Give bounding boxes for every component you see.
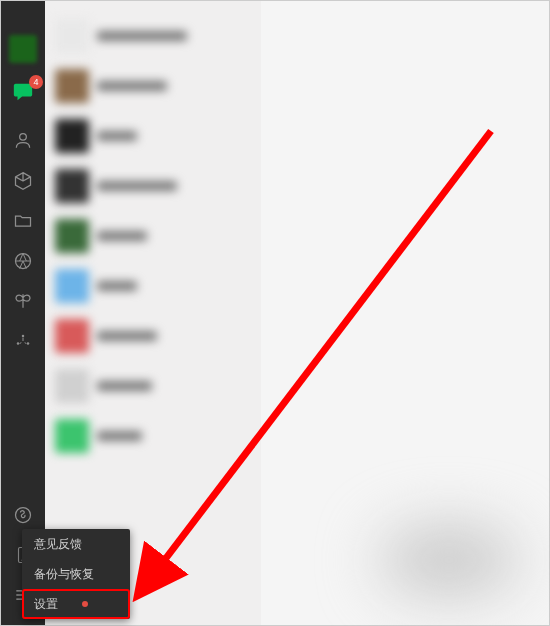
miniprogram-icon: [13, 505, 33, 525]
list-item[interactable]: [45, 311, 261, 361]
content-area: [261, 1, 549, 625]
notification-dot-icon: [82, 601, 88, 607]
miniprogram-nav[interactable]: [11, 503, 35, 527]
butterfly-nav[interactable]: [11, 289, 35, 313]
menu-item-label: 设置: [34, 597, 58, 611]
butterfly-icon: [13, 291, 33, 311]
contacts-nav[interactable]: [11, 129, 35, 153]
menu-item-feedback[interactable]: 意见反馈: [22, 529, 130, 559]
sparkle-nav[interactable]: [11, 329, 35, 353]
folder-icon: [13, 211, 33, 231]
blurred-content: [379, 525, 519, 595]
svg-point-4: [16, 508, 31, 523]
menu-item-backup[interactable]: 备份与恢复: [22, 559, 130, 589]
chats-nav[interactable]: 4: [11, 81, 35, 107]
list-item[interactable]: [45, 261, 261, 311]
app-window: 4: [0, 0, 550, 626]
cube-icon: [13, 171, 33, 191]
menu-item-settings[interactable]: 设置: [22, 589, 130, 619]
svg-point-1: [22, 335, 25, 338]
aperture-icon: [13, 251, 33, 271]
list-item[interactable]: [45, 111, 261, 161]
list-item[interactable]: [45, 61, 261, 111]
cube-nav[interactable]: [11, 169, 35, 193]
popup-menu: 意见反馈 备份与恢复 设置: [22, 529, 130, 619]
list-item[interactable]: [45, 11, 261, 61]
aperture-nav[interactable]: [11, 249, 35, 273]
menu-item-label: 意见反馈: [34, 537, 82, 551]
folder-nav[interactable]: [11, 209, 35, 233]
list-item[interactable]: [45, 361, 261, 411]
avatar[interactable]: [9, 35, 37, 63]
sparkle-icon: [13, 331, 33, 351]
svg-point-2: [17, 342, 20, 345]
svg-point-3: [27, 342, 30, 345]
list-item[interactable]: [45, 411, 261, 461]
menu-item-label: 备份与恢复: [34, 567, 94, 581]
unread-badge: 4: [29, 75, 43, 89]
person-icon: [13, 131, 33, 151]
list-item[interactable]: [45, 161, 261, 211]
list-item[interactable]: [45, 211, 261, 261]
